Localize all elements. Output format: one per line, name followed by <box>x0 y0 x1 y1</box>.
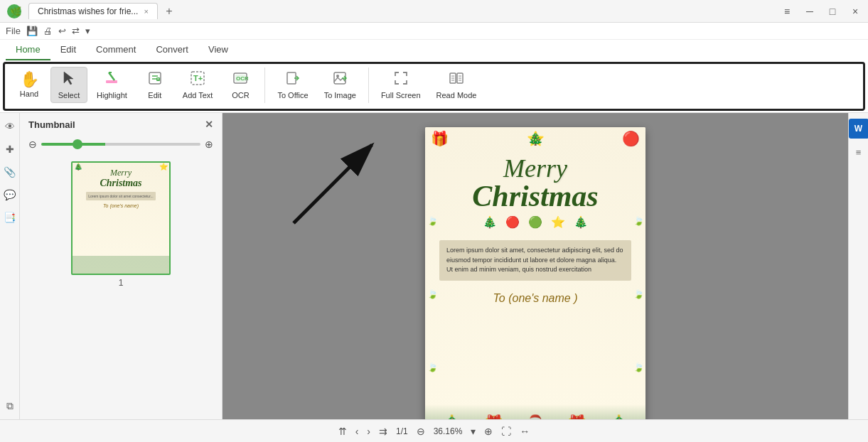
toolbar-divider-1 <box>264 68 265 103</box>
card-title: Merry Christmas <box>472 156 598 211</box>
save-button[interactable]: 💾 <box>26 26 38 36</box>
thumbnail-header: Thumbnail ✕ <box>20 113 222 136</box>
ocr-label: OCR <box>232 91 249 99</box>
tab-edit[interactable]: Edit <box>50 40 86 60</box>
word-badge-button[interactable]: W <box>849 119 869 139</box>
add-text-tool-button[interactable]: T+ Add Text <box>176 67 220 103</box>
close-window-button[interactable]: × <box>848 6 862 17</box>
left-side-deco: 🍃🍃🍃 <box>425 184 439 404</box>
highlight-icon <box>104 70 119 89</box>
quick-access-dropdown[interactable]: ▾ <box>85 26 90 36</box>
add-text-label: Add Text <box>183 91 213 99</box>
active-tab[interactable]: Christmas wishes for frie... × <box>28 3 158 19</box>
next-page-button[interactable]: › <box>367 426 370 437</box>
thumbnail-image: Merry Christmas Lorem ipsum dolor sit am… <box>71 161 171 275</box>
first-page-button[interactable]: ⇈ <box>338 426 347 437</box>
thumbnail-page-1[interactable]: Merry Christmas Lorem ipsum dolor sit am… <box>71 161 171 288</box>
minimize-button[interactable]: ─ <box>803 6 817 17</box>
panel-icon-attachment[interactable]: 📎 <box>2 164 18 180</box>
thumbnail-title: Thumbnail <box>28 119 75 130</box>
close-tab-button[interactable]: × <box>144 7 148 16</box>
zoom-in-icon[interactable]: ⊕ <box>205 139 213 150</box>
baubles-row: 🎄🔴🟢⭐🎄 <box>483 215 588 229</box>
green-border-bottom <box>425 404 645 419</box>
tab-view[interactable]: View <box>198 40 238 60</box>
app-logo: 🌿 <box>6 3 23 20</box>
to-image-icon <box>332 70 348 89</box>
zoom-out-icon[interactable]: ⊖ <box>28 139 37 150</box>
menu-button[interactable]: ≡ <box>780 6 794 17</box>
fit-width-button[interactable]: ↔ <box>520 426 530 437</box>
thumbnail-panel: Thumbnail ✕ ⊖ ⊕ Merry Christmas Lore <box>20 113 223 419</box>
main-area: 👁 ✚ 📎 💬 📑 ⧉ Thumbnail ✕ ⊖ ⊕ Merry <box>0 113 868 419</box>
thumbnail-close-button[interactable]: ✕ <box>205 119 213 130</box>
zoom-dropdown-button[interactable]: ▾ <box>471 426 476 437</box>
to-office-tool-button[interactable]: To Office <box>271 67 314 103</box>
new-tab-button[interactable]: + <box>161 3 178 20</box>
toolbar: ✋ Hand Select Highlight <box>3 62 865 111</box>
prev-page-button[interactable]: ‹ <box>355 426 359 437</box>
share-button[interactable]: ⇄ <box>72 26 80 36</box>
tab-home[interactable]: Home <box>6 40 50 60</box>
svg-marker-2 <box>64 72 73 85</box>
svg-line-4 <box>109 72 114 80</box>
panel-icon-add[interactable]: ✚ <box>2 141 18 157</box>
toolbar-divider-2 <box>368 68 369 103</box>
right-panel: W ≡ <box>848 113 868 419</box>
add-text-icon: T+ <box>190 70 205 89</box>
highlight-tool-button[interactable]: Highlight <box>90 67 134 103</box>
quick-access-toolbar: File 💾 🖨 ↩ ⇄ ▾ <box>0 23 868 40</box>
svg-text:T+: T+ <box>193 74 203 82</box>
menu-tabs: Home Edit Comment Convert View <box>0 40 868 60</box>
christmas-card: 🎁 ⭐ 🔴 🎄 Merry Christmas 🎄🔴🟢⭐🎄 Lorem ipsu… <box>425 127 645 419</box>
svg-text:🌿: 🌿 <box>10 6 22 18</box>
body-text: Lorem ipsum dolor sit amet, consectetur … <box>439 240 631 281</box>
left-panel: 👁 ✚ 📎 💬 📑 ⧉ <box>0 113 20 419</box>
bottom-bar: ⇈ ‹ › ⇉ 1/1 ⊖ 36.16% ▾ ⊕ ⛶ ↔ <box>0 419 868 442</box>
christmas-text: Christmas <box>472 181 598 211</box>
fit-page-button[interactable]: ⛶ <box>501 426 511 437</box>
panel-icon-view[interactable]: 👁 <box>2 119 18 134</box>
thumbnail-list: Merry Christmas Lorem ipsum dolor sit am… <box>20 156 222 419</box>
svg-line-30 <box>294 145 372 223</box>
bottom-zoom-in-button[interactable]: ⊕ <box>484 426 493 437</box>
file-menu[interactable]: File <box>6 26 21 36</box>
to-image-label: To Image <box>324 91 356 99</box>
ocr-tool-button[interactable]: OCR OCR <box>222 67 259 103</box>
document-area[interactable]: 🎁 ⭐ 🔴 🎄 Merry Christmas 🎄🔴🟢⭐🎄 Lorem ipsu… <box>223 113 848 419</box>
read-mode-tool-button[interactable]: Read Mode <box>430 67 483 103</box>
undo-button[interactable]: ↩ <box>58 26 66 36</box>
full-screen-tool-button[interactable]: Full Screen <box>375 67 427 103</box>
select-icon <box>61 70 77 89</box>
maximize-button[interactable]: □ <box>825 6 840 17</box>
to-office-icon <box>285 70 301 89</box>
panel-icon-compare[interactable]: ⧉ <box>2 398 18 414</box>
annotation-arrow <box>265 124 407 237</box>
to-image-tool-button[interactable]: To Image <box>318 67 363 103</box>
select-tool-button[interactable]: Select <box>50 67 87 103</box>
hand-tool-button[interactable]: ✋ Hand <box>11 68 48 102</box>
tab-comment[interactable]: Comment <box>86 40 146 60</box>
thumbnail-zoom-slider[interactable] <box>41 143 200 146</box>
hand-label: Hand <box>20 90 38 98</box>
thumbnail-zoom-controls: ⊖ ⊕ <box>20 136 222 156</box>
tab-title: Christmas wishes for frie... <box>38 6 138 16</box>
tab-convert[interactable]: Convert <box>146 40 198 60</box>
full-screen-label: Full Screen <box>381 91 421 99</box>
deco-gift-left: 🎁 <box>431 130 449 147</box>
highlight-label: Highlight <box>97 91 127 99</box>
right-side-deco: 🍃🍃🍃 <box>631 184 645 404</box>
bottom-zoom-out-button[interactable]: ⊖ <box>417 426 425 437</box>
right-panel-icon-1[interactable]: ≡ <box>851 144 867 160</box>
full-screen-icon <box>393 70 409 89</box>
hand-icon: ✋ <box>20 72 39 87</box>
recipient-name: To (one's name ) <box>493 292 578 305</box>
document-page: 🎁 ⭐ 🔴 🎄 Merry Christmas 🎄🔴🟢⭐🎄 Lorem ipsu… <box>425 127 645 419</box>
ocr-icon: OCR <box>232 70 248 89</box>
print-button[interactable]: 🖨 <box>43 26 53 36</box>
page-indicator: 1/1 <box>396 426 408 436</box>
last-page-button[interactable]: ⇉ <box>379 426 387 437</box>
panel-icon-pages[interactable]: 📑 <box>2 210 18 225</box>
panel-icon-comment[interactable]: 💬 <box>2 187 18 203</box>
edit-tool-button[interactable]: Edit <box>136 67 173 103</box>
